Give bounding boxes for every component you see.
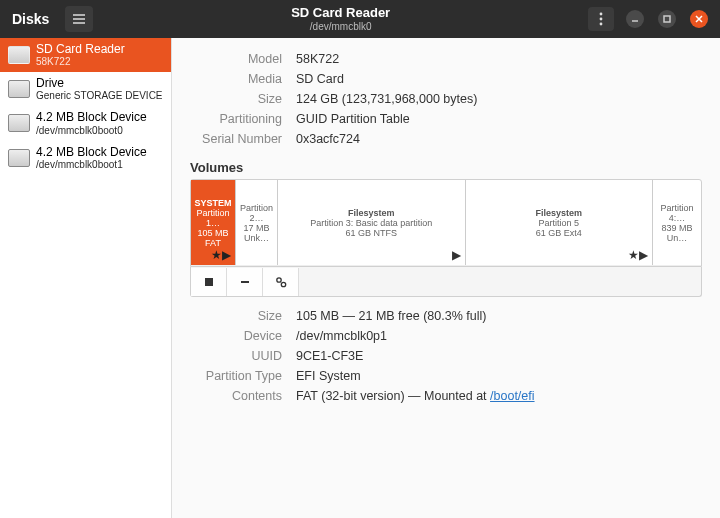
sidebar-item-label: SD Card Reader — [36, 43, 125, 56]
close-button[interactable] — [690, 10, 708, 28]
pcontents-label: Contents — [192, 387, 288, 405]
sidebar-item-label: 4.2 MB Block Device — [36, 111, 147, 124]
window-subtitle: /dev/mmcblk0 — [93, 21, 588, 32]
partition-1[interactable]: SYSTEM Partition 1… 105 MB FAT ★▶ — [191, 180, 236, 265]
partitioning-value: GUID Partition Table — [290, 110, 483, 128]
block-device-icon — [8, 114, 30, 132]
block-device-icon — [8, 149, 30, 167]
minus-icon — [238, 275, 252, 289]
partition-3[interactable]: Filesystem Partition 3: Basic data parti… — [278, 180, 466, 265]
sidebar-item-sd-card-reader[interactable]: SD Card Reader58K722 — [0, 38, 171, 72]
pcontents-value: FAT (32-bit version) — Mounted at /boot/… — [290, 387, 541, 405]
svg-point-1 — [600, 18, 603, 21]
delete-partition-button[interactable] — [227, 268, 263, 296]
size-value: 124 GB (123,731,968,000 bytes) — [290, 90, 483, 108]
model-label: Model — [192, 50, 288, 68]
app-name: Disks — [12, 11, 49, 27]
partition-info-table: Size105 MB — 21 MB free (80.3% full) Dev… — [190, 305, 543, 407]
partition-2[interactable]: Partition 2… 17 MB Unk… — [236, 180, 278, 265]
svg-rect-5 — [241, 281, 249, 283]
svg-point-6 — [276, 277, 280, 281]
sidebar-item-label: 4.2 MB Block Device — [36, 146, 147, 159]
disk-info-table: Model58K722 MediaSD Card Size124 GB (123… — [190, 48, 485, 150]
volume-toolbar — [190, 267, 702, 297]
kebab-icon — [599, 12, 603, 26]
svg-point-0 — [600, 13, 603, 16]
device-sidebar: SD Card Reader58K722 DriveGeneric STORAG… — [0, 38, 172, 518]
svg-rect-4 — [205, 278, 213, 286]
psize-value: 105 MB — 21 MB free (80.3% full) — [290, 307, 541, 325]
svg-point-7 — [281, 282, 285, 286]
sidebar-item-label: Drive — [36, 77, 163, 90]
psize-label: Size — [192, 307, 288, 325]
pdevice-label: Device — [192, 327, 288, 345]
content-pane: Model58K722 MediaSD Card Size124 GB (123… — [172, 38, 720, 518]
serial-label: Serial Number — [192, 130, 288, 148]
hamburger-menu-button[interactable] — [65, 6, 93, 32]
sd-card-icon — [8, 46, 30, 64]
partition-5[interactable]: Filesystem Partition 5 61 GB Ext4 ★▶ — [466, 180, 654, 265]
mount-point-link[interactable]: /boot/efi — [490, 389, 534, 403]
partition-4[interactable]: Partition 4:… 839 MB Un… — [653, 180, 701, 265]
media-label: Media — [192, 70, 288, 88]
sidebar-item-block-device-0[interactable]: 4.2 MB Block Device/dev/mmcblk0boot0 — [0, 106, 171, 140]
drive-icon — [8, 80, 30, 98]
sidebar-item-sub: /dev/mmcblk0boot0 — [36, 125, 147, 136]
minimize-icon — [630, 14, 640, 24]
puuid-label: UUID — [192, 347, 288, 365]
ptype-value: EFI System — [290, 367, 541, 385]
drive-menu-button[interactable] — [588, 7, 614, 31]
star-icon: ★ — [628, 248, 639, 262]
sidebar-item-sub: 58K722 — [36, 56, 125, 67]
unmount-button[interactable] — [191, 268, 227, 296]
partition-options-button[interactable] — [263, 268, 299, 296]
model-value: 58K722 — [290, 50, 483, 68]
window-title: SD Card Reader — [93, 6, 588, 20]
play-icon: ▶ — [452, 248, 461, 262]
volumes-heading: Volumes — [190, 160, 702, 175]
pdevice-value: /dev/mmcblk0p1 — [290, 327, 541, 345]
puuid-value: 9CE1-CF3E — [290, 347, 541, 365]
hamburger-icon — [72, 13, 86, 25]
ptype-label: Partition Type — [192, 367, 288, 385]
gears-icon — [274, 275, 288, 289]
size-label: Size — [192, 90, 288, 108]
sidebar-item-sub: /dev/mmcblk0boot1 — [36, 159, 147, 170]
play-icon: ▶ — [639, 248, 648, 262]
play-icon: ▶ — [222, 248, 231, 262]
close-icon — [694, 14, 704, 24]
media-value: SD Card — [290, 70, 483, 88]
maximize-button[interactable] — [658, 10, 676, 28]
minimize-button[interactable] — [626, 10, 644, 28]
titlebar: Disks SD Card Reader /dev/mmcblk0 — [0, 0, 720, 38]
sidebar-item-sub: Generic STORAGE DEVICE — [36, 90, 163, 101]
volumes-diagram: SYSTEM Partition 1… 105 MB FAT ★▶ Partit… — [190, 179, 702, 267]
svg-rect-3 — [664, 16, 670, 22]
serial-value: 0x3acfc724 — [290, 130, 483, 148]
stop-icon — [202, 275, 216, 289]
partitioning-label: Partitioning — [192, 110, 288, 128]
svg-point-2 — [600, 23, 603, 26]
maximize-icon — [662, 14, 672, 24]
sidebar-item-block-device-1[interactable]: 4.2 MB Block Device/dev/mmcblk0boot1 — [0, 141, 171, 175]
sidebar-item-drive[interactable]: DriveGeneric STORAGE DEVICE — [0, 72, 171, 106]
star-icon: ★ — [211, 248, 222, 262]
